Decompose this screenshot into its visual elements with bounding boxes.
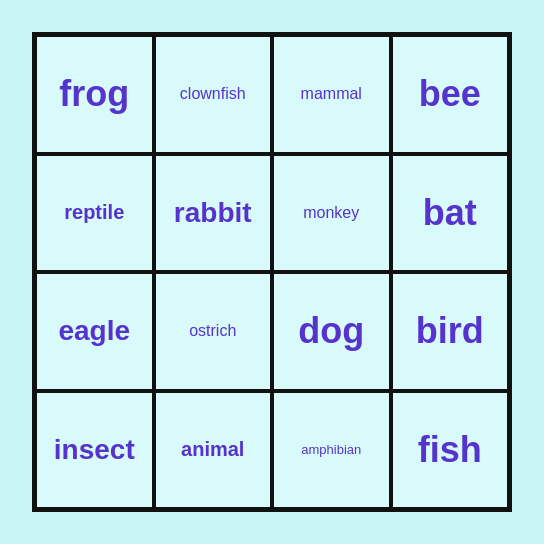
grid-cell-12: insect — [35, 391, 154, 510]
grid-cell-11: bird — [391, 272, 510, 391]
grid-cell-14: amphibian — [272, 391, 391, 510]
grid-cell-1: clownfish — [154, 35, 273, 154]
grid-cell-0: frog — [35, 35, 154, 154]
grid-cell-13: animal — [154, 391, 273, 510]
grid-cell-10: dog — [272, 272, 391, 391]
grid-cell-3: bee — [391, 35, 510, 154]
bingo-grid: frogclownfishmammalbeereptilerabbitmonke… — [32, 32, 512, 512]
grid-cell-7: bat — [391, 154, 510, 273]
grid-cell-4: reptile — [35, 154, 154, 273]
grid-cell-5: rabbit — [154, 154, 273, 273]
grid-cell-9: ostrich — [154, 272, 273, 391]
grid-cell-8: eagle — [35, 272, 154, 391]
grid-cell-15: fish — [391, 391, 510, 510]
grid-cell-6: monkey — [272, 154, 391, 273]
grid-cell-2: mammal — [272, 35, 391, 154]
